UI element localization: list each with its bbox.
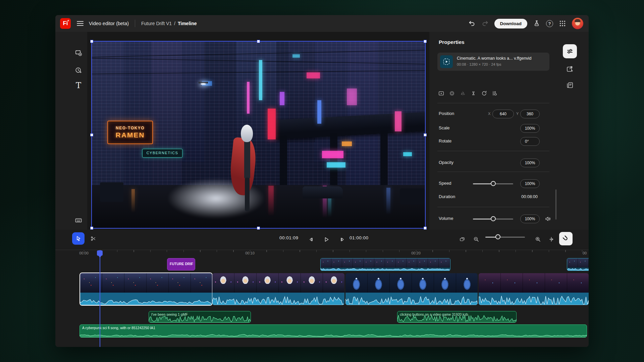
next-frame-button[interactable] xyxy=(338,235,347,244)
speed-input[interactable]: 100% xyxy=(520,179,540,188)
video-preview-canvas[interactable]: NEO-TOKYO RAMEN CYBERNETICS xyxy=(91,41,426,229)
selection-handle-n[interactable] xyxy=(257,40,260,43)
retime-button[interactable] xyxy=(470,89,477,97)
keyboard-shortcuts-button[interactable] xyxy=(73,215,84,226)
opacity-input[interactable]: 100% xyxy=(520,159,540,167)
selection-handle-se[interactable] xyxy=(424,227,427,230)
play-button[interactable] xyxy=(321,234,331,244)
scale-label: Scale xyxy=(439,125,450,130)
selection-handle-w[interactable] xyxy=(90,133,93,136)
top-bar: Fi Video editor (beta) Future Drift V1 /… xyxy=(55,15,589,32)
selection-handle-e[interactable] xyxy=(424,133,427,136)
ruler-label: 00 xyxy=(583,251,587,255)
video-clip-4[interactable] xyxy=(479,273,589,305)
text-overlay-clip[interactable]: FUTURE DRIF xyxy=(167,258,195,270)
selection-handle-s[interactable] xyxy=(257,227,260,230)
position-y-input[interactable]: 360 xyxy=(520,110,540,118)
add-media-button[interactable] xyxy=(73,47,84,58)
media-browser-button[interactable] xyxy=(563,78,577,92)
volume-input[interactable]: 100% xyxy=(520,215,540,223)
timeline-toolbar: 00:01:09 01:00:00 xyxy=(55,230,589,250)
undo-button[interactable] xyxy=(468,20,476,27)
filmstrip-thumbnails xyxy=(479,273,589,293)
speed-slider-thumb[interactable] xyxy=(491,181,496,186)
next-frame-icon xyxy=(340,236,345,243)
clip-meta: 00:08 · 1280 × 720 · 24 fps xyxy=(457,62,501,66)
video-clip-3[interactable] xyxy=(345,273,478,305)
hamburger-menu-icon[interactable] xyxy=(77,21,84,26)
selection-handle-sw[interactable] xyxy=(90,227,93,230)
select-tool-button[interactable] xyxy=(72,232,85,245)
breadcrumb: Future Drift V1 / Timeline xyxy=(141,21,197,26)
breadcrumb-project[interactable]: Future Drift V1 xyxy=(141,21,172,26)
split-tool-button[interactable] xyxy=(88,234,98,244)
rotate-input[interactable]: 0° xyxy=(520,137,540,146)
filmstrip-thumbnails xyxy=(212,273,344,293)
video-clip-2[interactable] xyxy=(212,273,344,305)
ramen-sign-line2: RAMEN xyxy=(116,131,145,139)
beta-feedback-button[interactable] xyxy=(533,20,540,27)
download-button[interactable]: Download xyxy=(494,19,528,28)
volume-slider[interactable] xyxy=(473,216,513,222)
panel-divider xyxy=(437,172,549,172)
timeline-ruler[interactable]: 00:00 00:10 00:20 00 xyxy=(55,250,589,257)
speed-slider[interactable] xyxy=(473,181,513,187)
position-label: Position xyxy=(439,111,454,116)
video-clip-track2[interactable] xyxy=(320,258,450,271)
flip-button[interactable] xyxy=(459,89,467,97)
mute-button[interactable] xyxy=(543,215,553,223)
firefly-logo[interactable]: Fi xyxy=(60,18,71,29)
auto-scroll-button[interactable] xyxy=(457,234,467,244)
video-clip-track2-partial[interactable] xyxy=(567,258,589,271)
fit-frames-icon xyxy=(459,235,465,243)
align-button[interactable] xyxy=(491,89,499,97)
panel-divider xyxy=(437,207,549,207)
generative-edit-button[interactable] xyxy=(563,62,577,76)
zoom-in-button[interactable] xyxy=(533,234,543,244)
audio-clip-sfx1[interactable]: I've been seeing 1 gMF xyxy=(149,311,251,323)
split-at-playhead-icon xyxy=(548,235,554,243)
selection-handle-ne[interactable] xyxy=(424,40,427,43)
scale-input[interactable]: 100% xyxy=(520,124,540,133)
audio-clip-music[interactable]: A cyberpunk sci fi song, with or 8512422… xyxy=(79,324,587,338)
filmstrip-thumbnails xyxy=(321,258,450,267)
timeline-tracks: FUTURE DRIF xyxy=(55,257,589,347)
selection-handle-nw[interactable] xyxy=(90,40,93,43)
text-tool-button[interactable]: T xyxy=(73,80,84,91)
breadcrumb-separator: / xyxy=(174,21,175,26)
app-title: Video editor (beta) xyxy=(89,21,129,26)
apps-grid-button[interactable] xyxy=(559,20,566,27)
playhead-handle[interactable] xyxy=(97,250,103,256)
panel-scrollbar[interactable] xyxy=(555,189,556,220)
properties-panel-button[interactable] xyxy=(563,44,577,58)
timeline-zoom-thumb[interactable] xyxy=(495,234,500,239)
stacked-panels-icon xyxy=(566,81,574,89)
woman-red-cape xyxy=(229,125,266,225)
help-button[interactable]: ? xyxy=(546,20,553,27)
selected-clip-card[interactable]: Cinematic. A woman looks a... v.ffgenvid… xyxy=(437,53,549,71)
magnet-icon xyxy=(562,235,570,243)
rotate-button[interactable] xyxy=(480,89,488,97)
redo-button[interactable] xyxy=(481,20,489,27)
panel-divider xyxy=(437,151,549,151)
speed-row: Speed 100% xyxy=(429,179,557,188)
audio-clip-sfx2[interactable]: clicking buttons on a video game 31920 k… xyxy=(397,311,517,323)
previous-frame-button[interactable] xyxy=(306,235,316,244)
flask-icon xyxy=(533,20,540,27)
text-overlay-label: FUTURE DRIF xyxy=(167,258,195,266)
timeline-zoom-slider[interactable] xyxy=(485,234,525,240)
undo-icon xyxy=(468,20,476,27)
zoom-out-button[interactable] xyxy=(471,234,481,244)
user-avatar[interactable] xyxy=(572,18,583,29)
text-tool-icon: T xyxy=(76,81,81,90)
split-at-playhead-button[interactable] xyxy=(546,234,556,244)
crop-button[interactable] xyxy=(437,89,445,97)
playhead-line[interactable] xyxy=(100,250,100,347)
generate-media-button[interactable] xyxy=(73,64,84,76)
volume-slider-thumb[interactable] xyxy=(491,216,496,221)
mask-button[interactable] xyxy=(448,89,456,97)
speaker-icon xyxy=(545,216,551,222)
snapping-toggle-button[interactable] xyxy=(559,232,573,245)
total-duration-timecode: 01:00:00 xyxy=(350,235,369,240)
position-x-input[interactable]: 640 xyxy=(492,110,514,118)
